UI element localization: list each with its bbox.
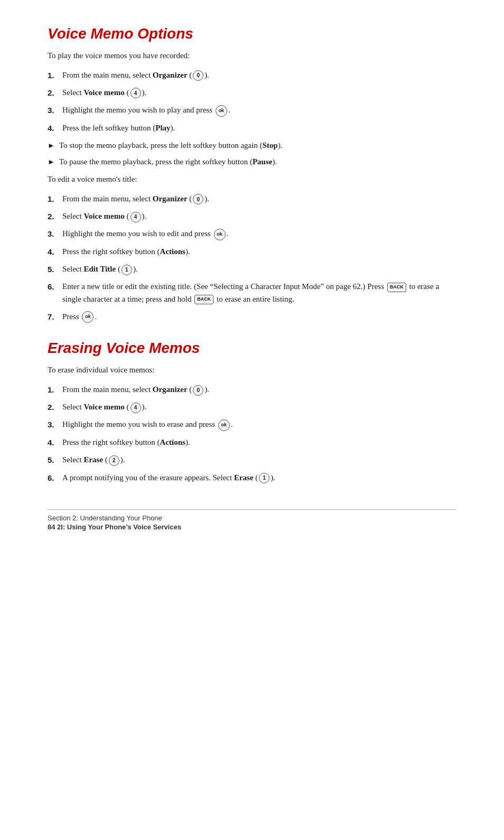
- list-item: 2. Select Voice memo (4).: [48, 401, 456, 413]
- step-num: 1.: [48, 193, 62, 205]
- step-num: 6.: [48, 472, 62, 484]
- step-text: Select Edit Title (1).: [62, 263, 456, 275]
- section2-steps: 1. From the main menu, select Organizer …: [48, 384, 456, 484]
- step-num: 3.: [48, 104, 62, 116]
- step-text: Select Voice memo (4).: [62, 210, 456, 222]
- list-item: 3. Highlight the memo you wish to edit a…: [48, 228, 456, 240]
- step-num: 6.: [48, 281, 62, 293]
- step-text: Select Voice memo (4).: [62, 87, 456, 99]
- key-back2: BACK: [194, 295, 213, 304]
- edit-intro: To edit a voice memo's title:: [48, 173, 456, 185]
- key-1: 1: [122, 265, 132, 275]
- bullet-arrow-icon: ►: [48, 156, 59, 168]
- section1-heading: Voice Memo Options: [48, 25, 456, 42]
- section2-heading: Erasing Voice Memos: [48, 340, 456, 357]
- step-num: 4.: [48, 122, 62, 134]
- list-item: 7. Press ok.: [48, 311, 456, 323]
- step-text: A prompt notifying you of the erasure ap…: [62, 472, 456, 484]
- key-4: 4: [130, 212, 141, 222]
- footer-page-info: 84 2I: Using Your Phone’s Voice Services: [48, 523, 456, 531]
- key-ok: ok: [218, 419, 230, 431]
- list-item: 6. Enter a new title or edit the existin…: [48, 281, 456, 305]
- bullet-arrow-icon: ►: [48, 140, 59, 152]
- list-item: 4. Press the right softkey button (Actio…: [48, 436, 456, 449]
- list-item: 4. Press the left softkey button (Play).: [48, 122, 456, 134]
- step-num: 5.: [48, 454, 62, 466]
- footer: Section 2: Understanding Your Phone 84 2…: [48, 514, 456, 531]
- list-item: 2. Select Voice memo (4).: [48, 210, 456, 222]
- step-num: 2.: [48, 401, 62, 413]
- step-num: 5.: [48, 263, 62, 275]
- section1-edit-steps: 1. From the main menu, select Organizer …: [48, 193, 456, 323]
- step-text: From the main menu, select Organizer (0)…: [62, 69, 456, 81]
- key-0: 0: [193, 70, 203, 81]
- step-num: 1.: [48, 69, 62, 81]
- bullet-text: To stop the memo playback, press the lef…: [59, 139, 456, 152]
- section1-bullets: ► To stop the memo playback, press the l…: [48, 139, 456, 169]
- key-ok: ok: [216, 105, 227, 117]
- step-text: From the main menu, select Organizer (0)…: [62, 193, 456, 205]
- step-num: 3.: [48, 418, 62, 431]
- list-item: 1. From the main menu, select Organizer …: [48, 69, 456, 81]
- section1-intro: To play the voice memos you have recorde…: [48, 50, 456, 62]
- key-4: 4: [130, 403, 141, 413]
- key-back: BACK: [387, 283, 406, 292]
- list-item: ► To pause the memo playback, press the …: [48, 156, 456, 168]
- key-4: 4: [130, 88, 141, 98]
- section1-play-steps: 1. From the main menu, select Organizer …: [48, 69, 456, 134]
- step-num: 4.: [48, 246, 62, 258]
- list-item: ► To stop the memo playback, press the l…: [48, 139, 456, 152]
- step-text: Press the right softkey button (Actions)…: [62, 246, 456, 258]
- step-text: From the main menu, select Organizer (0)…: [62, 384, 456, 396]
- bullet-text: To pause the memo playback, press the ri…: [59, 156, 456, 168]
- list-item: 4. Press the right softkey button (Actio…: [48, 246, 456, 258]
- step-text: Highlight the memo you wish to edit and …: [62, 228, 456, 240]
- step-num: 4.: [48, 436, 62, 449]
- key-1: 1: [259, 473, 269, 483]
- step-text: Press the right softkey button (Actions)…: [62, 436, 456, 449]
- list-item: 2. Select Voice memo (4).: [48, 87, 456, 99]
- key-ok: ok: [214, 229, 226, 240]
- step-num: 7.: [48, 311, 62, 323]
- step-text: Select Voice memo (4).: [62, 401, 456, 413]
- key-2: 2: [109, 455, 119, 466]
- step-text: Highlight the memo you wish to play and …: [62, 104, 456, 117]
- step-num: 2.: [48, 87, 62, 99]
- step-text: Press the left softkey button (Play).: [62, 122, 456, 134]
- section2-intro: To erase individual voice memos:: [48, 364, 456, 376]
- list-item: 3. Highlight the memo you wish to erase …: [48, 418, 456, 431]
- footer-section: Section 2: Understanding Your Phone: [48, 514, 456, 522]
- list-item: 1. From the main menu, select Organizer …: [48, 193, 456, 205]
- page-content: Voice Memo Options To play the voice mem…: [48, 25, 456, 531]
- key-0: 0: [193, 385, 203, 396]
- step-num: 2.: [48, 210, 62, 222]
- footer-divider: [48, 509, 456, 510]
- key-ok: ok: [82, 311, 94, 323]
- step-text: Highlight the memo you wish to erase and…: [62, 418, 456, 431]
- step-text: Select Erase (2).: [62, 454, 456, 466]
- list-item: 3. Highlight the memo you wish to play a…: [48, 104, 456, 117]
- step-num: 3.: [48, 228, 62, 240]
- key-0: 0: [193, 194, 203, 204]
- step-text: Press ok.: [62, 311, 456, 323]
- step-text: Enter a new title or edit the existing t…: [62, 281, 456, 305]
- step-num: 1.: [48, 384, 62, 396]
- list-item: 1. From the main menu, select Organizer …: [48, 384, 456, 396]
- list-item: 5. Select Edit Title (1).: [48, 263, 456, 275]
- list-item: 6. A prompt notifying you of the erasure…: [48, 472, 456, 484]
- list-item: 5. Select Erase (2).: [48, 454, 456, 466]
